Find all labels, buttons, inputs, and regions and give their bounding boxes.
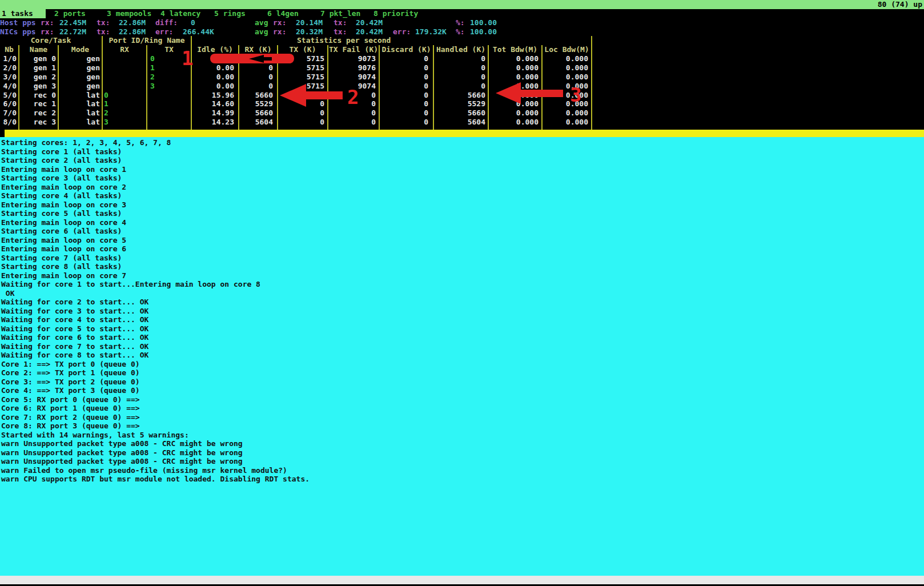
cell-discard: 0 (380, 73, 434, 82)
cell-idle: 0.00 (192, 54, 239, 63)
stats-table: Core/TaskPort ID/Ring NameStatistics per… (0, 36, 592, 130)
stat-segment: 100.00 (470, 18, 497, 27)
log-line: Waiting for core 1 to start...Entering m… (0, 280, 924, 289)
stat-segment: tx: (97, 18, 110, 27)
cell-locbdw: 0.000 (543, 73, 592, 82)
tab-mempools[interactable]: 3 mempools (107, 9, 151, 18)
log-line: Starting core 4 (all tasks) (0, 191, 924, 200)
log-line: Entering main loop on core 2 (0, 183, 924, 192)
log-line: Starting cores: 1, 2, 3, 4, 5, 6, 7, 8 (0, 138, 924, 147)
table-column-header: Discard (K) (380, 45, 434, 54)
console-log: Starting cores: 1, 2, 3, 4, 5, 6, 7, 8St… (0, 137, 924, 576)
tab-ports[interactable]: 2 ports (54, 9, 86, 18)
stat-segment: 20.42M (356, 18, 383, 27)
title-bar: prox v0.39: Basic Gen x4 80 (74) up (0, 0, 924, 9)
cell-mode: gen (59, 54, 103, 63)
table-column-header: Loc Bdw(M) (543, 45, 592, 54)
table-group-header: Core/Task (0, 36, 103, 45)
cell-idle: 0.00 (192, 63, 239, 73)
cell-rxk: 0 (239, 63, 278, 73)
log-line: Starting core 2 (all tasks) (0, 156, 924, 165)
cell-rxk: 5529 (239, 99, 278, 109)
log-line: Starting core 7 (all tasks) (0, 254, 924, 263)
table-group-header: Statistics per second (192, 36, 592, 45)
cell-rx (103, 82, 147, 91)
tab-rings[interactable]: 5 rings (214, 9, 246, 18)
stat-segment: 22.72M (59, 27, 86, 37)
table-row: 4/0gen 3gen30.00057159074000.0000.000 (0, 82, 592, 91)
cell-txfail: 9076 (328, 63, 380, 73)
cell-rxk: 5660 (239, 91, 278, 100)
tab-tasks[interactable]: 1 tasks (0, 9, 46, 18)
cell-idle: 14.99 (192, 109, 239, 118)
cell-nb: 4/0 (0, 82, 19, 91)
tab-bar: 1 tasks2 ports3 mempools4 latency5 rings… (0, 9, 924, 18)
table-row: 3/0gen 2gen20.00057159074000.0000.000 (0, 73, 592, 82)
cell-handled: 0 (434, 54, 489, 63)
stat-segment: 22.45M (59, 18, 86, 27)
log-line: warn Unsupported packet type a008 - CRC … (0, 457, 924, 466)
cell-name: rec 0 (19, 91, 59, 100)
tab-l4gen[interactable]: 6 l4gen (267, 9, 299, 18)
table-row: 1/0gen 0gen00.00057159073000.0000.000 (0, 54, 592, 63)
cell-discard: 0 (380, 82, 434, 91)
log-line: Starting core 1 (all tasks) (0, 147, 924, 156)
stats-line-nics: NICs ppsrx:22.72Mtx:22.86Merr:266.44Kavg… (0, 27, 924, 37)
stat-segment: tx: (334, 27, 347, 37)
log-line: Starting core 6 (all tasks) (0, 227, 924, 236)
log-line: Waiting for core 5 to start... OK (0, 324, 924, 334)
cell-name: rec 1 (19, 99, 59, 109)
cell-tx (147, 118, 192, 127)
table-row: 6/0rec 1lat114.60552900055290.0000.000 (0, 99, 592, 109)
cell-handled: 5529 (434, 99, 489, 109)
cell-nb: 5/0 (0, 91, 19, 100)
cell-idle: 14.23 (192, 118, 239, 127)
table-column-header: Tot Bdw(M) (489, 45, 543, 54)
cell-rxk: 0 (239, 82, 278, 91)
cell-txk: 0 (278, 99, 328, 109)
tab-priority[interactable]: 8 priority (373, 9, 418, 18)
cell-totbdw: 0.000 (489, 91, 543, 100)
log-line: Waiting for core 7 to start... OK (0, 342, 924, 351)
stat-segment: 20.32M (296, 27, 323, 37)
cell-totbdw: 0.000 (489, 118, 543, 127)
tab-pkt_len[interactable]: 7 pkt_len (320, 9, 360, 18)
stat-segment: %: (456, 27, 465, 37)
log-line: OK (0, 289, 924, 298)
cell-handled: 5604 (434, 118, 489, 127)
cell-rxk: 5604 (239, 118, 278, 127)
prox-terminal[interactable]: prox v0.39: Basic Gen x4 80 (74) up 1 ta… (0, 0, 924, 586)
cell-tx (147, 109, 192, 118)
cell-nb: 2/0 (0, 63, 19, 73)
cell-mode: lat (59, 118, 103, 127)
stat-segment: 266.44K (183, 27, 214, 37)
log-line: Core 2: ==> TX port 1 (queue 0) (0, 368, 924, 378)
cell-nb: 7/0 (0, 109, 19, 118)
table-header-row: NbNameModeRXTXIdle (%)RX (K)TX (K)TX Fai… (0, 45, 592, 54)
cell-mode: gen (59, 82, 103, 91)
cell-rxk: 0 (239, 54, 278, 63)
cursor-block (0, 130, 5, 137)
cell-txk: 0 (278, 91, 328, 100)
stat-segment: err: (155, 27, 173, 37)
cell-rx (103, 73, 147, 82)
cell-mode: gen (59, 63, 103, 73)
log-line: Starting core 8 (all tasks) (0, 262, 924, 271)
stat-segment: %: (456, 18, 465, 27)
cell-totbdw: 0.000 (489, 99, 543, 109)
stat-segment: rx: (41, 18, 54, 27)
cell-handled: 0 (434, 82, 489, 91)
cell-nb: 1/0 (0, 54, 19, 63)
cell-tx (147, 99, 192, 109)
log-line: Waiting for core 4 to start... OK (0, 315, 924, 324)
cell-txk: 5715 (278, 63, 328, 73)
log-line: warn Unsupported packet type a008 - CRC … (0, 448, 924, 457)
cell-txk: 0 (278, 118, 328, 127)
tab-latency[interactable]: 4 latency (160, 9, 200, 18)
table-column-header: RX (103, 45, 147, 54)
stat-segment: tx: (97, 27, 110, 37)
cell-idle: 0.00 (192, 73, 239, 82)
cell-rx (103, 63, 147, 73)
stat-segment: 22.86M (119, 27, 146, 37)
table-column-header: RX (K) (239, 45, 278, 54)
